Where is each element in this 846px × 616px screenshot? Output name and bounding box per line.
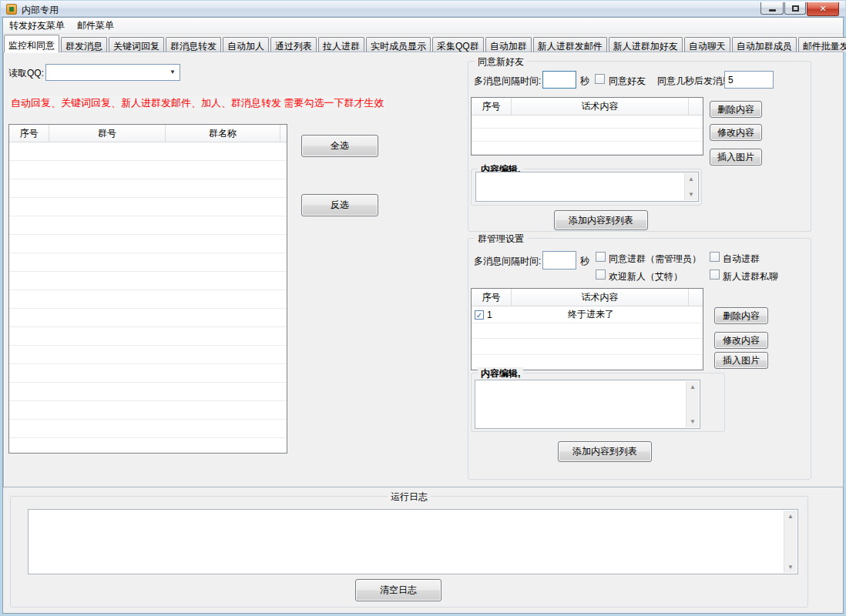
group-editor-textarea[interactable]: ▲ ▼ [475,380,700,429]
modify-content-button-2[interactable]: 修改内容 [714,332,768,349]
tab-mass-message[interactable]: 群发消息 [61,37,107,52]
row-checkbox-checked[interactable]: ✓ [475,310,484,320]
col-script-content: 话术内容 [512,289,689,306]
tab-monitor-agree[interactable]: 监控和同意 [4,35,59,52]
app-window: 内部专用 ✕ 转发好友菜单 邮件菜单 监控和同意 群发消息 关键词回复 群消息转… [0,0,846,616]
client-area: 转发好友菜单 邮件菜单 监控和同意 群发消息 关键词回复 群消息转发 自动加人 … [2,17,844,614]
newcomer-private-chat-label: 新人进群私聊 [723,270,778,283]
tab-newcomer-mail[interactable]: 新人进群发邮件 [533,37,607,52]
col-group-name: 群名称 [166,125,280,142]
auto-join-checkbox[interactable] [710,252,720,262]
group-manage-title: 群管理设置 [475,233,527,246]
add-to-list-button[interactable]: 添加内容到列表 [554,210,648,230]
interval-input[interactable] [542,71,576,89]
scrollbar[interactable]: ▲ ▼ [784,511,797,573]
welcome-newcomer-checkbox[interactable] [596,270,606,280]
caption-buttons: ✕ [760,2,839,16]
col-filler [689,289,703,306]
invert-select-button[interactable]: 反选 [301,194,378,216]
app-icon [6,4,17,15]
delete-content-button-2[interactable]: 删除内容 [714,307,768,324]
tab-collect-qq-group[interactable]: 采集QQ群 [432,37,484,52]
tab-auto-join-group[interactable]: 自动加群 [485,37,532,52]
col-filler [689,98,703,115]
scroll-down-icon[interactable]: ▼ [688,189,694,200]
col-script-content: 话术内容 [512,98,689,115]
tab-auto-chat[interactable]: 自动聊天 [684,37,730,52]
tab-keyword-reply[interactable]: 关键词回复 [109,37,164,52]
group-list-table-header: 序号 群号 群名称 [9,125,287,142]
agree-join-checkbox[interactable] [596,252,606,262]
clear-log-button[interactable]: 清空日志 [355,579,441,601]
empty-rows [472,116,703,155]
group-script-table-header: 序号 话术内容 [472,289,703,306]
col-filler [280,125,287,142]
run-log-textarea[interactable]: ▲ ▼ [28,509,798,574]
menu-bar: 转发好友菜单 邮件菜单 [3,18,843,34]
agree-friend-checkbox-label: 同意好友 [609,75,646,88]
window-title: 内部专用 [22,4,59,17]
welcome-newcomer-label: 欢迎新人（艾特） [609,270,683,283]
seconds-label: 秒 [580,75,589,88]
send-delay-input[interactable] [724,71,774,89]
group-editor-title: 内容编辑, [478,367,523,380]
tab-auto-add-person[interactable]: 自动加人 [223,37,269,52]
tab-group-forward[interactable]: 群消息转发 [166,37,221,52]
maximize-button[interactable] [784,2,806,15]
send-delay-label: 同意几秒后发消息: [657,75,734,88]
scroll-up-icon[interactable]: ▲ [787,511,794,522]
group-list-table[interactable]: 序号 群号 群名称 [8,124,287,454]
select-all-button[interactable]: 全选 [301,135,378,157]
menu-mail[interactable]: 邮件菜单 [71,18,120,34]
interval-input-2[interactable] [542,251,576,270]
col-index: 序号 [9,125,49,142]
tab-strip: 监控和同意 群发消息 关键词回复 群消息转发 自动加人 通过列表 拉人进群 实时… [4,35,844,52]
run-log-title: 运行日志 [388,490,431,504]
auto-join-label: 自动进群 [723,253,760,266]
scrollbar[interactable]: ▲ ▼ [684,173,697,200]
friend-editor-textarea[interactable]: ▲ ▼ [475,172,699,202]
scroll-up-icon[interactable]: ▲ [688,173,694,185]
scroll-down-icon[interactable]: ▼ [690,416,696,427]
group-script-table[interactable]: 序号 话术内容 ✓ 1 终于进来了 [471,288,703,370]
tab-pass-list[interactable]: 通过列表 [270,37,317,52]
delete-content-button[interactable]: 删除内容 [710,101,762,118]
scrollbar[interactable]: ▲ ▼ [686,381,699,427]
scroll-down-icon[interactable]: ▼ [787,561,794,573]
newcomer-private-chat-checkbox[interactable] [710,270,720,280]
col-group-number: 群号 [49,125,166,142]
app-icon-glyph [9,7,14,12]
minimize-icon [769,9,776,12]
tab-auto-add-members[interactable]: 自动加群成员 [732,37,797,52]
interval-label-2: 多消息间隔时间: [474,255,541,268]
col-index: 序号 [472,289,512,306]
minimize-button[interactable] [760,2,784,15]
modify-content-button[interactable]: 修改内容 [710,124,762,141]
seconds-label-2: 秒 [580,255,589,268]
agree-join-label: 同意进群（需管理员） [609,253,701,266]
tab-mail-batch-send[interactable]: 邮件批量发送 [798,37,846,52]
empty-rows [9,142,287,453]
agree-friend-checkbox[interactable] [595,74,605,84]
add-to-list-button-2[interactable]: 添加内容到列表 [558,441,652,462]
insert-image-button[interactable]: 插入图片 [710,149,762,166]
table-row[interactable]: ✓ 1 终于进来了 [472,306,703,323]
agree-friend-group-title: 同意新好友 [475,55,527,69]
scroll-up-icon[interactable]: ▲ [690,381,696,393]
col-index: 序号 [472,98,512,115]
maximize-icon [792,5,799,12]
close-button[interactable]: ✕ [807,2,839,16]
read-qq-label: 读取QQ: [8,67,44,80]
tab-pull-into-group[interactable]: 拉人进群 [318,37,364,52]
read-qq-combobox[interactable]: ▼ [45,64,180,81]
chevron-down-icon: ▼ [170,69,176,75]
interval-label: 多消息间隔时间: [474,75,541,88]
tab-newcomer-add-friend[interactable]: 新人进群加好友 [609,37,683,52]
menu-forward-friend[interactable]: 转发好友菜单 [3,18,71,34]
insert-image-button-2[interactable]: 插入图片 [714,352,768,369]
warning-text: 自动回复、关键词回复、新人进群发邮件、加人、群消息转发 需要勾选一下群才生效 [8,95,387,111]
friend-script-table[interactable]: 序号 话术内容 [471,97,703,156]
close-icon: ✕ [819,4,826,14]
title-bar[interactable]: 内部专用 ✕ [1,1,845,17]
tab-realtime-members[interactable]: 实时成员显示 [366,37,431,52]
